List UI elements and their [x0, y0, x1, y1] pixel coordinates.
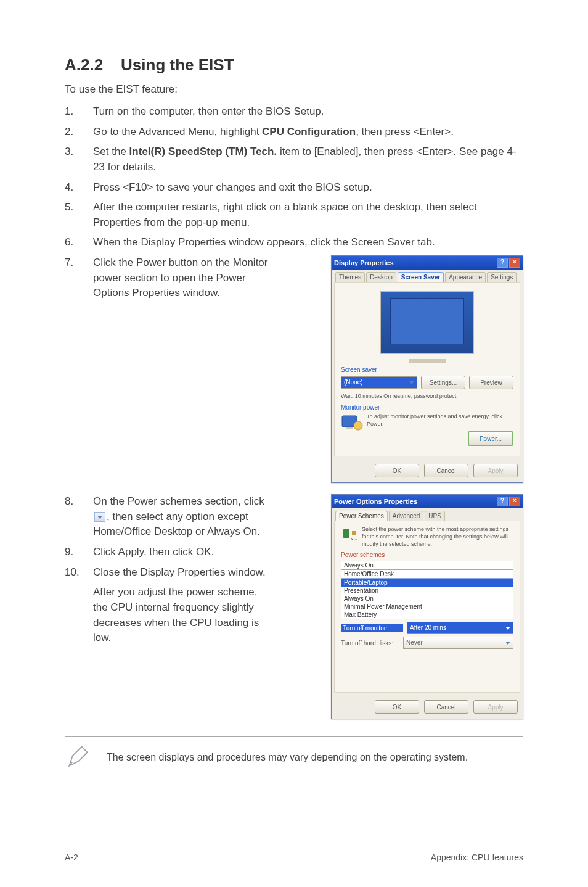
screensaver-select[interactable]: (None)	[341, 376, 417, 389]
chevron-down-icon	[409, 381, 414, 384]
preview-button[interactable]: Preview	[469, 376, 513, 389]
tab-advanced[interactable]: Advanced	[389, 511, 423, 521]
step7-list: 7. Click the Power button on the Monitor…	[65, 255, 280, 301]
chevron-down-icon	[505, 642, 510, 645]
monitor-power-text: To adjust monitor power settings and sav…	[367, 413, 513, 427]
power-schemes-group-label: Power schemes	[341, 551, 513, 558]
step10-main: Close the Display Properties window.	[93, 566, 266, 578]
power-options-dialog: Power Options Properties ? × Power Schem…	[331, 494, 523, 719]
dropdown-icon[interactable]	[94, 512, 105, 522]
tab-screensaver[interactable]: Screen Saver	[398, 272, 444, 282]
cancel-button[interactable]: Cancel	[424, 464, 468, 477]
monitor-inner	[390, 298, 464, 344]
step-number: 9.	[65, 545, 81, 560]
steps-list: 1. Turn on the computer, then enter the …	[65, 104, 523, 250]
step8-post: , then select any option except Home/Off…	[93, 511, 260, 538]
turn-off-monitor-value: After 20 mins	[410, 623, 446, 633]
step-number: 2.	[65, 125, 81, 140]
help-icon[interactable]: ?	[497, 258, 508, 268]
wait-row: Wait: 10 minutes On resume, password pro…	[341, 393, 513, 400]
step-body: Click Apply, then click OK.	[93, 545, 274, 560]
turn-off-harddisks-value: Never	[406, 638, 423, 648]
step-number: 7.	[65, 255, 81, 301]
step-body: Close the Display Properties window. Aft…	[93, 565, 274, 646]
list-item: 9. Click Apply, then click OK.	[65, 545, 274, 560]
step-number: 8.	[65, 494, 81, 540]
dialog-footer: OK Cancel Apply	[332, 459, 523, 482]
tab-settings[interactable]: Settings	[487, 272, 517, 282]
ok-button[interactable]: OK	[375, 700, 419, 714]
intro-text: To use the EIST feature:	[65, 83, 523, 96]
step-number: 10.	[65, 565, 81, 646]
list-item: 5. After the computer restarts, right cl…	[65, 200, 523, 230]
power-desc: Select the power scheme with the most ap…	[362, 526, 513, 548]
monitor-preview	[380, 291, 474, 354]
battery-plug-icon	[341, 526, 358, 545]
option-always-on[interactable]: Always On	[341, 561, 513, 569]
step-body: Turn on the computer, then enter the BIO…	[93, 104, 523, 120]
step-number: 4.	[65, 180, 81, 196]
list-item: 7. Click the Power button on the Monitor…	[65, 255, 280, 301]
option-home-office[interactable]: Home/Office Desk	[341, 569, 513, 579]
tab-appearance[interactable]: Appearance	[445, 272, 486, 282]
titlebar[interactable]: Display Properties ? ×	[332, 256, 523, 270]
step-number: 6.	[65, 235, 81, 250]
option-always-on-2[interactable]: Always On	[341, 595, 513, 603]
option-presentation[interactable]: Presentation	[341, 587, 513, 595]
option-max-battery[interactable]: Max Battery	[341, 611, 513, 619]
close-icon[interactable]: ×	[509, 497, 520, 506]
step7-row: 7. Click the Power button on the Monitor…	[65, 255, 523, 483]
tab-themes[interactable]: Themes	[335, 272, 365, 282]
apply-button[interactable]: Apply	[473, 464, 518, 477]
energy-icon	[341, 413, 363, 432]
tab-ups[interactable]: UPS	[425, 511, 445, 521]
list-item: 1. Turn on the computer, then enter the …	[65, 104, 523, 120]
step-body: Go to the Advanced Menu, highlight CPU C…	[93, 125, 523, 140]
step8-list: 8. On the Power schemes section, click ,…	[65, 494, 274, 646]
tab-strip: Themes Desktop Screen Saver Appearance S…	[332, 270, 523, 282]
step-body: Set the Intel(R) SpeedStep (TM) Tech. it…	[93, 144, 523, 175]
ok-button[interactable]: OK	[375, 464, 419, 477]
note-block: The screen displays and procedures may v…	[65, 736, 523, 777]
tab-strip: Power Schemes Advanced UPS	[332, 508, 523, 521]
dialog-title: Power Options Properties	[334, 498, 417, 505]
titlebar[interactable]: Power Options Properties ? ×	[332, 495, 523, 508]
power-scheme-listbox[interactable]: Always On Home/Office Desk Portable/Lapt…	[341, 561, 513, 619]
tab-desktop[interactable]: Desktop	[366, 272, 396, 282]
tab-power-schemes[interactable]: Power Schemes	[335, 511, 388, 521]
option-portable-laptop[interactable]: Portable/Laptop	[341, 579, 513, 587]
list-item: 2. Go to the Advanced Menu, highlight CP…	[65, 125, 523, 140]
step8-row: 8. On the Power schemes section, click ,…	[65, 494, 523, 719]
apply-button[interactable]: Apply	[473, 700, 518, 714]
section-title-text: Using the EIST	[121, 56, 234, 74]
pencil-icon	[65, 743, 92, 770]
step-number: 3.	[65, 144, 81, 175]
cancel-button[interactable]: Cancel	[424, 700, 468, 714]
power-button[interactable]: Power...	[468, 431, 513, 446]
step8-pre: On the Power schemes section, click	[93, 495, 264, 507]
list-item: 3. Set the Intel(R) SpeedStep (TM) Tech.…	[65, 144, 523, 175]
turn-off-harddisks-label: Turn off hard disks:	[341, 640, 399, 646]
step-body: On the Power schemes section, click , th…	[93, 494, 274, 540]
svg-rect-3	[343, 529, 349, 538]
turn-off-monitor-select[interactable]: After 20 mins	[407, 622, 513, 634]
close-icon[interactable]: ×	[509, 258, 520, 268]
dialog-body: Select the power scheme with the most ap…	[334, 521, 520, 693]
footer-right: Appendix: CPU features	[431, 852, 523, 862]
dialog-footer: OK Cancel Apply	[332, 695, 523, 719]
page-footer: A-2 Appendix: CPU features	[0, 852, 588, 862]
step-body: Click the Power button on the Monitor po…	[93, 255, 280, 301]
list-item: 4. Press <F10> to save your changes and …	[65, 180, 523, 196]
monitor-base	[409, 359, 446, 363]
turn-off-monitor-label: Turn off monitor:	[341, 624, 403, 632]
step10-sub: After you adjust the power scheme, the C…	[93, 585, 274, 646]
section-heading: A.2.2 Using the EIST	[65, 56, 523, 75]
settings-button[interactable]: Settings...	[421, 376, 465, 389]
help-icon[interactable]: ?	[497, 497, 508, 506]
turn-off-harddisks-select[interactable]: Never	[403, 637, 513, 649]
list-item: 10. Close the Display Properties window.…	[65, 565, 274, 646]
dialog-body: Screen saver (None) Settings... Preview …	[334, 282, 520, 456]
monitorpower-group-label: Monitor power	[341, 404, 513, 411]
dialog-title: Display Properties	[334, 259, 394, 266]
option-minimal[interactable]: Minimal Power Management	[341, 603, 513, 611]
